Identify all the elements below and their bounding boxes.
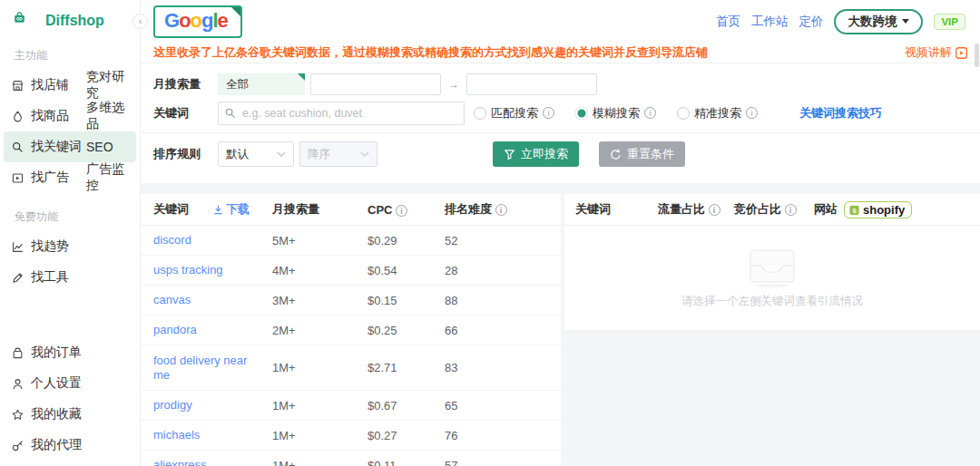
sidebar-item-label: 找趋势 (31, 238, 69, 255)
radio-fuzzy-search[interactable]: 模糊搜索 i (575, 105, 656, 121)
keyword-row: 关键词 匹配搜索 i 模糊搜索 i (153, 101, 967, 125)
nav-pricing-link[interactable]: 定价 (799, 14, 823, 30)
chevron-down-icon (902, 19, 909, 24)
video-tutorial-link[interactable]: 视频讲解 (905, 44, 967, 61)
volume-min-input[interactable] (310, 73, 441, 95)
sidebar-item-personal-settings[interactable]: 个人设置 (4, 368, 136, 399)
search-icon (224, 107, 236, 119)
volume-cell: 1M+ (272, 361, 368, 374)
info-icon[interactable]: i (709, 204, 720, 216)
keyword-link[interactable]: pandora (153, 323, 210, 336)
volume-cell: 3M+ (272, 294, 368, 307)
radio-exact-search[interactable]: 精准搜索 i (677, 105, 758, 121)
download-link[interactable]: 下载 (213, 201, 250, 218)
sidebar-item-find-trends[interactable]: 找趋势 (4, 231, 136, 262)
keyword-link[interactable]: prodigy (153, 398, 205, 412)
sidebar-item-find-ads[interactable]: 找广告 广告监控 (4, 162, 136, 193)
ad-icon (11, 171, 24, 185)
search-mode-radio-group: 匹配搜索 i 模糊搜索 i 精准搜索 i (474, 105, 758, 121)
sidebar-item-my-agents[interactable]: 我的代理 (4, 430, 136, 461)
monthly-volume-label: 月搜索量 (153, 76, 218, 92)
sidebar-item-find-tools[interactable]: 找工具 (4, 262, 136, 293)
shopping-bag-icon (11, 346, 24, 360)
header-difficulty-label: 排名难度 (445, 202, 492, 216)
volume-max-input[interactable] (466, 73, 597, 95)
detail-table-header: 关键词 流量占比 i 竞价占比 i 网站 s shopify (564, 194, 980, 226)
sidebar-item-sub-multi-selection[interactable]: 多维选品 (86, 100, 136, 132)
trend-chart-icon (11, 240, 24, 254)
sidebar-item-label: 找店铺 (31, 77, 83, 93)
radio-icon (677, 107, 690, 120)
keyword-input-wrap (218, 102, 465, 125)
sidebar-item-sub-seo[interactable]: SEO (86, 140, 113, 154)
diffshop-logo[interactable]: Diffshop (0, 0, 140, 34)
keyword-link[interactable]: aliexpress (153, 458, 220, 466)
keyword-table-card: 关键词 下载 月搜索量 CPC i 排名难度 i discord 5M+ $0.… (141, 194, 561, 466)
nav-home-link[interactable]: 首页 (716, 14, 740, 30)
info-icon[interactable]: i (495, 204, 507, 216)
app-root: Diffshop 主功能 找店铺 竞对研究 找商品 多维选品 找关键词 SEO … (0, 0, 980, 466)
main-area: Google 首页 工作站 定价 大数跨境 VIP 这里收录了上亿条谷歌关键词数… (141, 0, 980, 466)
keyword-tips-link[interactable]: 关键词搜索技巧 (799, 105, 882, 121)
cpc-cell: $2.71 (368, 361, 445, 374)
reset-conditions-label: 重置条件 (627, 146, 674, 162)
pen-icon (11, 271, 24, 285)
keyword-search-input[interactable] (218, 102, 465, 125)
cpc-cell: $0.11 (368, 459, 445, 466)
reset-conditions-button[interactable]: 重置条件 (599, 141, 685, 167)
keyword-link[interactable]: canvas (153, 293, 203, 306)
cpc-cell: $0.29 (368, 234, 445, 248)
volume-cell: 1M+ (272, 459, 368, 466)
sidebar: Diffshop 主功能 找店铺 竞对研究 找商品 多维选品 找关键词 SEO … (0, 0, 141, 466)
info-icon[interactable]: i (746, 107, 758, 119)
radio-match-search[interactable]: 匹配搜索 i (474, 105, 554, 121)
detail-header-bid-label: 竞价占比 (734, 202, 781, 216)
svg-text:s: s (852, 205, 857, 214)
empty-state: 请选择一个左侧关键词查看引流情况 (564, 226, 980, 330)
info-icon[interactable]: i (644, 107, 656, 119)
account-dropdown[interactable]: 大数跨境 (834, 9, 923, 34)
sidebar-item-my-favorites[interactable]: 我的收藏 (4, 399, 136, 430)
sidebar-item-label: 我的代理 (31, 437, 82, 453)
shopify-site-filter[interactable]: s shopify (844, 201, 912, 218)
sidebar-item-my-orders[interactable]: 我的订单 (4, 337, 136, 368)
filter-panel: 月搜索量 全部 → 关键词 匹配搜索 (141, 63, 980, 183)
info-icon[interactable]: i (396, 205, 407, 217)
top-nav: 首页 工作站 定价 大数跨境 VIP (716, 9, 965, 34)
scrollbar-thumb[interactable] (975, 44, 979, 67)
logo-text: Diffshop (45, 13, 104, 29)
search-now-button[interactable]: 立即搜索 (493, 141, 579, 167)
google-platform-tab[interactable]: Google (153, 5, 242, 38)
keyword-link[interactable]: michaels (153, 428, 212, 442)
difficulty-cell: 83 (445, 361, 548, 374)
sidebar-item-find-keywords[interactable]: 找关键词 SEO (4, 131, 136, 162)
sidebar-item-sub-ad-monitoring[interactable]: 广告监控 (86, 161, 136, 194)
table-row: canvas 3M+ $0.15 88 (141, 286, 561, 316)
volume-all-option[interactable]: 全部 (218, 73, 305, 95)
sidebar-item-find-store[interactable]: 找店铺 竞对研究 (4, 70, 136, 101)
google-logo: Google (164, 9, 228, 32)
sidebar-collapse-button[interactable]: ‹ (132, 14, 148, 29)
header-cpc-cell: CPC i (368, 203, 445, 217)
account-name: 大数跨境 (848, 14, 897, 30)
keyword-link[interactable]: discord (153, 233, 204, 247)
video-link-label: 视频讲解 (905, 44, 952, 61)
info-icon[interactable]: i (785, 204, 797, 216)
header-difficulty-cell: 排名难度 i (445, 201, 548, 218)
sort-order-select[interactable]: 降序 (299, 141, 377, 167)
droplet-icon (11, 110, 24, 123)
header-cpc-label: CPC (368, 203, 392, 217)
table-row: food delivery near me 1M+ $2.71 83 (141, 345, 561, 391)
sort-field-value: 默认 (226, 147, 249, 162)
difficulty-cell: 52 (445, 234, 548, 248)
sidebar-item-sub-competitor-research[interactable]: 竞对研究 (86, 69, 136, 102)
keyword-link[interactable]: food delivery near me (153, 354, 247, 382)
nav-workstation-link[interactable]: 工作站 (751, 14, 789, 30)
sort-rule-label: 排序规则 (153, 146, 218, 162)
detail-header-traffic-cell: 流量占比 i (658, 201, 734, 218)
sort-field-select[interactable]: 默认 (218, 141, 294, 167)
info-icon[interactable]: i (543, 107, 554, 119)
detail-header-site-label: 网站 (814, 201, 838, 218)
keyword-link[interactable]: usps tracking (153, 263, 236, 277)
sidebar-item-find-product[interactable]: 找商品 多维选品 (4, 101, 136, 131)
